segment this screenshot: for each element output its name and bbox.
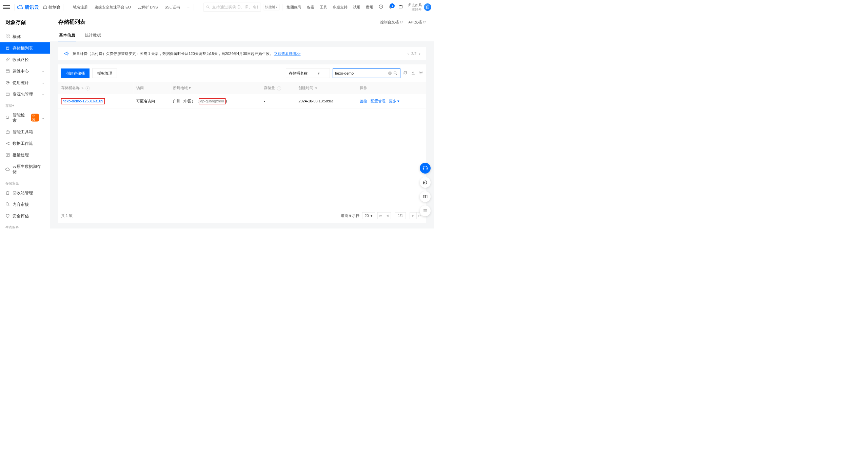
user-menu[interactable]: 归去如风 主账号 归 <box>408 3 431 12</box>
refresh-fab[interactable] <box>420 177 431 188</box>
pager-prev[interactable]: ◀ <box>384 212 391 219</box>
sidebar-item-smart-search[interactable]: 智能检索 公测 ⌄ <box>0 109 50 126</box>
action-more[interactable]: 更多 ▾ <box>389 99 399 104</box>
help-icon[interactable]: ? <box>379 4 383 10</box>
top-link[interactable]: 工具 <box>320 4 327 9</box>
sidebar-item-overview[interactable]: 概览 <box>0 31 50 42</box>
svg-point-13 <box>6 143 7 144</box>
top-right: 集团账号 备案 工具 客服支持 试用 费用 ? 1 归去如风 主账号 归 <box>287 3 431 12</box>
sidebar-item-workflow[interactable]: 数据工作流 <box>0 138 50 149</box>
search-button-icon[interactable] <box>393 71 398 76</box>
sidebar-item-audit[interactable]: 内容审核 <box>0 199 50 210</box>
brand-text: 腾讯云 <box>25 4 39 10</box>
sidebar-item-label: 云原生数据湖存储 <box>13 164 45 175</box>
external-icon <box>400 21 403 24</box>
pager-first[interactable]: ⏮ <box>377 212 384 219</box>
tab-basic[interactable]: 基本信息 <box>58 30 76 41</box>
beta-badge: 公测 <box>31 114 39 122</box>
col-region[interactable]: 所属地域 ▾ <box>170 82 261 94</box>
content-area: 按量计费（后付费）欠费停服策略变更：欠费 1 天后，数据保留时长从120天调整为… <box>50 41 434 228</box>
col-name[interactable]: 存储桶名称 ⇅ i <box>58 82 134 94</box>
nav-link[interactable]: 域名注册 <box>73 4 88 9</box>
api-docs-link[interactable]: API文档 <box>408 20 426 25</box>
menu-fab[interactable] <box>420 205 431 216</box>
svg-rect-7 <box>8 37 9 38</box>
tab-stats[interactable]: 统计数据 <box>84 30 102 41</box>
col-created[interactable]: 创建时间 ⇅ <box>296 82 357 94</box>
sidebar-item-recycle[interactable]: 回收站管理 <box>0 187 50 199</box>
sidebar-item-stats[interactable]: 使用统计 ⌄ <box>0 77 50 88</box>
global-search[interactable]: 支持通过实例ID、IP、名称等 <box>203 3 261 12</box>
nav-link[interactable]: SSL 证书 <box>164 4 180 9</box>
notice-page: 2/2 <box>411 52 416 56</box>
cell-region: 广州（中国） (ap-guangzhou) <box>170 94 261 108</box>
sidebar-item-batch[interactable]: 批量处理 <box>0 149 50 161</box>
bucket-icon <box>5 46 10 50</box>
sidebar-item-packages[interactable]: 资源包管理 ⌄ <box>0 88 50 100</box>
action-monitor[interactable]: 监控 <box>360 99 367 104</box>
nav-link[interactable]: 边缘安全加速平台 EO <box>95 4 131 9</box>
search-input[interactable] <box>333 68 400 78</box>
table-footer: 共 1 项 每页显示行 20 ▾ ⏮ ◀ 1/1 ▶ <box>58 208 426 223</box>
top-link[interactable]: 客服支持 <box>333 4 348 9</box>
svg-point-15 <box>8 144 9 145</box>
floating-buttons <box>420 163 431 216</box>
notice-link[interactable]: 立即查看详情>> <box>274 52 301 56</box>
clear-icon[interactable] <box>387 71 393 76</box>
create-bucket-button[interactable]: 创建存储桶 <box>61 68 90 78</box>
hotkey-hint[interactable]: 快捷键 / <box>263 4 279 11</box>
console-link[interactable]: 控制台 <box>43 4 61 10</box>
sidebar-item-favorites[interactable]: 收藏路径 <box>0 54 50 65</box>
info-icon[interactable]: i <box>86 86 90 91</box>
top-link[interactable]: 费用 <box>366 4 373 9</box>
refresh-icon[interactable] <box>403 71 408 76</box>
console-docs-link[interactable]: 控制台文档 <box>380 20 403 25</box>
sidebar-item-ops[interactable]: 运维中心 ⌄ <box>0 65 50 77</box>
bucket-name-link[interactable]: hexo-demo-1253163109 <box>61 98 105 104</box>
chevron-down-icon: ⌄ <box>42 81 45 85</box>
pager-page: 1/1 <box>395 212 406 219</box>
notifications-icon[interactable]: 1 <box>389 4 393 10</box>
auth-manage-button[interactable]: 授权管理 <box>92 68 117 78</box>
per-page-select[interactable]: 20 ▾ <box>362 212 375 219</box>
sidebar-item-datalake[interactable]: 云原生数据湖存储 <box>0 161 50 178</box>
sidebar-group: 存储安全 <box>0 178 50 187</box>
svg-rect-8 <box>6 70 9 73</box>
svg-text:?: ? <box>380 5 381 8</box>
svg-rect-6 <box>6 37 7 38</box>
filter-select[interactable]: 存储桶名称 ▾ <box>286 68 330 78</box>
notification-badge: 1 <box>390 3 395 8</box>
avatar: 归 <box>424 3 431 11</box>
notice-prev[interactable]: ‹ <box>407 52 409 56</box>
docs-fab[interactable] <box>420 191 431 202</box>
sidebar-item-buckets[interactable]: 存储桶列表 <box>0 42 50 54</box>
col-access: 访问 <box>134 82 171 94</box>
action-config[interactable]: 配置管理 <box>371 99 386 104</box>
toolbox-icon[interactable] <box>398 4 403 10</box>
nav-link[interactable]: 云解析 DNS <box>138 4 158 9</box>
sidebar-item-label: 收藏路径 <box>13 57 29 62</box>
flow-icon <box>5 141 10 146</box>
user-sub: 主账号 <box>408 7 422 12</box>
svg-rect-5 <box>8 35 9 36</box>
trash-icon <box>5 191 10 195</box>
sidebar-item-label: 批量处理 <box>13 152 29 158</box>
menu-toggle-icon[interactable] <box>3 3 10 11</box>
support-fab[interactable] <box>420 163 431 174</box>
user-name: 归去如风 <box>408 3 422 7</box>
brand-logo[interactable]: 腾讯云 <box>17 4 39 10</box>
info-icon[interactable]: i <box>277 86 281 91</box>
top-link[interactable]: 备案 <box>307 4 314 9</box>
pager-next[interactable]: ▶ <box>410 212 417 219</box>
sidebar-item-security[interactable]: 安全评估 <box>0 210 50 222</box>
search-field[interactable] <box>335 71 387 76</box>
top-link[interactable]: 集团账号 <box>287 4 301 9</box>
sidebar-item-toolbox[interactable]: 智能工具箱 <box>0 126 50 138</box>
settings-icon[interactable] <box>419 71 423 76</box>
svg-rect-3 <box>399 5 402 8</box>
nav-more[interactable]: ··· <box>187 4 191 9</box>
sidebar-title: 对象存储 <box>0 14 50 31</box>
download-icon[interactable] <box>411 71 415 76</box>
top-link[interactable]: 试用 <box>353 4 360 9</box>
notice-next[interactable]: › <box>419 52 420 56</box>
